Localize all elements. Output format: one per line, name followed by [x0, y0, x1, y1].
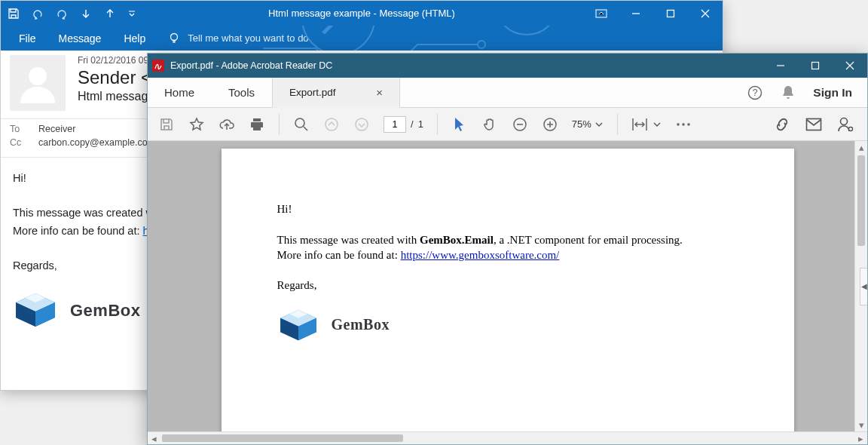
sign-in-button[interactable]: Sign In [813, 86, 852, 100]
close-icon[interactable] [688, 1, 723, 26]
page-viewport[interactable]: Hi! This message was created with GemBox… [148, 141, 867, 431]
svg-rect-1 [668, 10, 674, 17]
next-item-icon[interactable] [79, 7, 93, 20]
email-icon[interactable] [805, 116, 822, 133]
svg-point-6 [29, 67, 47, 85]
print-icon[interactable] [249, 116, 265, 133]
pdf-regards: Regards, [277, 278, 738, 293]
svg-rect-8 [812, 63, 819, 69]
acrobat-window-controls [763, 54, 867, 78]
acrobat-toolbar: / 1 75% [148, 108, 867, 141]
acrobat-window-title: Export.pdf - Adobe Acrobat Reader DC [170, 60, 332, 71]
acrobat-window: Export.pdf - Adobe Acrobat Reader DC Hom… [147, 53, 868, 445]
tab-close-icon[interactable]: × [376, 86, 383, 99]
minimize-icon[interactable] [619, 1, 653, 26]
acrobat-titlebar: Export.pdf - Adobe Acrobat Reader DC [148, 54, 867, 78]
horizontal-scrollbar[interactable]: ◂ ▸ [148, 431, 867, 444]
selection-tool-icon[interactable] [451, 116, 468, 133]
body-line1: This message was created wit [13, 207, 159, 219]
more-tools-icon[interactable] [675, 116, 692, 133]
svg-point-13 [356, 118, 368, 130]
svg-point-2 [302, 26, 374, 51]
pdf-p2a: More info can be found at: [277, 249, 401, 261]
svg-point-18 [687, 123, 690, 126]
pdf-link[interactable]: https://www.gemboxsoftware.com/ [401, 249, 560, 261]
quick-access-toolbar [1, 1, 136, 26]
tell-me-label: Tell me what you want to do [188, 32, 308, 44]
save-icon[interactable] [7, 7, 20, 20]
scroll-left-icon[interactable]: ◂ [148, 432, 160, 444]
tell-me-search[interactable]: Tell me what you want to do [168, 32, 308, 44]
redo-icon[interactable] [55, 7, 69, 20]
tab-document[interactable]: Export.pdf × [272, 78, 400, 108]
qat-customize-icon[interactable] [127, 7, 136, 20]
cc-value: carbon.copy@example.com [38, 137, 155, 148]
cloud-upload-icon[interactable] [219, 116, 235, 133]
pdf-p1c: , a .NET component for email processing. [494, 234, 683, 246]
svg-point-4 [495, 26, 558, 35]
zoom-value: 75% [572, 118, 591, 130]
zoom-level[interactable]: 75% [572, 118, 604, 130]
zoom-out-icon[interactable] [512, 116, 528, 133]
right-panel-toggle[interactable]: ◀ [860, 268, 867, 305]
help-icon[interactable]: ? [747, 84, 763, 101]
tab-document-label: Export.pdf [289, 87, 336, 98]
hand-tool-icon[interactable] [481, 116, 498, 133]
tab-tools[interactable]: Tools [212, 78, 272, 107]
outlook-titlebar: Html message example - Message (HTML) [1, 1, 723, 26]
save-icon[interactable] [158, 116, 175, 133]
menu-file[interactable]: File [19, 32, 36, 44]
svg-point-3 [478, 41, 485, 48]
ribbon-display-icon[interactable] [584, 1, 619, 26]
prev-item-icon[interactable] [103, 7, 117, 20]
svg-point-16 [677, 123, 680, 126]
page-up-icon[interactable] [323, 116, 340, 133]
close-icon[interactable] [833, 54, 867, 78]
chevron-down-icon[interactable] [653, 120, 662, 129]
lightbulb-icon [168, 32, 180, 44]
notifications-icon[interactable] [780, 84, 796, 101]
svg-point-12 [326, 118, 338, 130]
hscroll-thumb[interactable] [162, 434, 403, 442]
zoom-in-icon[interactable] [542, 116, 558, 133]
pdf-p1a: This message was created with [277, 234, 420, 246]
gembox-cube-icon [277, 308, 319, 342]
scroll-thumb[interactable] [857, 155, 865, 246]
pdf-page: Hi! This message was created with GemBox… [222, 149, 794, 431]
scroll-up-icon[interactable]: ▴ [855, 141, 867, 154]
pdf-gembox-logo: GemBox [277, 308, 738, 342]
avatar [10, 55, 66, 111]
maximize-icon[interactable] [798, 54, 833, 78]
pdf-p1b: GemBox.Email [420, 234, 494, 246]
share-people-icon[interactable] [837, 116, 854, 133]
acrobat-content: ▶ Hi! This message was created with GemB… [148, 141, 867, 431]
gembox-cube-icon [13, 292, 58, 328]
cc-label: Cc [10, 137, 26, 148]
scroll-down-icon[interactable]: ▾ [855, 419, 867, 431]
page-total: 1 [418, 118, 423, 130]
fit-width-icon[interactable] [631, 116, 648, 133]
acrobat-app-icon [152, 60, 164, 72]
minimize-icon[interactable] [763, 54, 798, 78]
link-share-icon[interactable] [774, 116, 790, 133]
scroll-right-icon[interactable]: ▸ [854, 432, 867, 444]
svg-text:?: ? [753, 87, 758, 98]
svg-point-20 [841, 118, 848, 124]
maximize-icon[interactable] [653, 1, 688, 26]
outlook-menubar: File Message Help Tell me what you want … [1, 26, 723, 51]
svg-point-17 [682, 123, 685, 126]
page-sep: / [411, 118, 414, 130]
tab-home[interactable]: Home [148, 78, 212, 107]
menu-message[interactable]: Message [59, 32, 102, 44]
page-indicator: / 1 [384, 116, 423, 133]
undo-icon[interactable] [31, 7, 44, 20]
page-down-icon[interactable] [353, 116, 370, 133]
zoom-out-find-icon[interactable] [293, 116, 310, 133]
to-value: Receiver [38, 124, 75, 134]
menu-help[interactable]: Help [124, 32, 145, 44]
chevron-down-icon [594, 120, 604, 129]
star-icon[interactable] [188, 116, 205, 133]
page-current-input[interactable] [384, 116, 406, 133]
gembox-logo-text: GemBox [70, 297, 140, 324]
pdf-gembox-text: GemBox [332, 315, 390, 335]
